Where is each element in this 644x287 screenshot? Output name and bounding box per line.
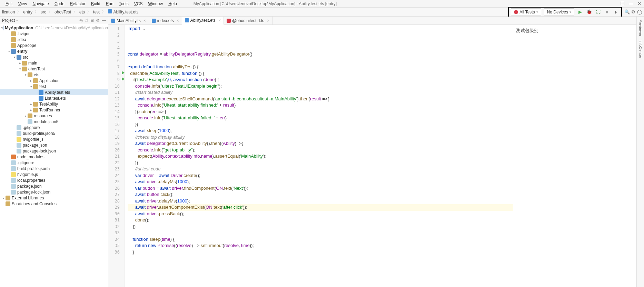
settings-icon[interactable]: ⚙ [630, 9, 636, 15]
tree-item[interactable]: Ability.test.ets [0, 89, 108, 95]
project-tree: v MyApplication C:\Users\lenovo\Desktop\… [0, 24, 108, 287]
menu-refactor[interactable]: Refactor [67, 1, 88, 7]
run-gutter-icon[interactable] [122, 77, 125, 81]
file-icon [17, 125, 21, 130]
breadcrumb-item[interactable]: src [40, 10, 47, 14]
main: Project ▾ ◎ ⇵ ⊟ ⚙ — v MyApplication C:\U… [0, 17, 644, 287]
tree-item[interactable]: build-profile.json5 [0, 166, 108, 171]
menu-tools[interactable]: Tools [116, 1, 131, 7]
menu-build[interactable]: Build [88, 1, 103, 7]
menu-navigate[interactable]: Navigate [30, 1, 52, 7]
folder-icon [28, 113, 32, 118]
tree-item[interactable]: AppScope [0, 42, 108, 48]
menu-window[interactable]: Window [145, 1, 166, 7]
all-tests-dropdown[interactable]: All Tests ▾ [511, 8, 541, 16]
tree-item[interactable]: List.test.ets [0, 95, 108, 101]
locate-icon[interactable]: ◎ [79, 18, 83, 23]
breadcrumb-item[interactable]: ohosTest [54, 10, 72, 14]
tree-item[interactable]: package-lock.json [0, 148, 108, 154]
rail-infocenter[interactable]: InfoCenter [638, 40, 643, 58]
attach-icon[interactable]: ⏵ [613, 9, 619, 15]
tree-item[interactable]: ▸TestRunner [0, 107, 108, 113]
editor-area: MainAbility.ts×index.ets×Ability.test.et… [108, 17, 644, 287]
file-json-icon [17, 131, 21, 136]
tree-item[interactable]: hvigorfile.js [0, 171, 108, 177]
close-tab-icon[interactable]: × [218, 18, 221, 23]
tree-item[interactable]: ▸main [0, 60, 108, 66]
tree-item[interactable]: build-profile.json5 [0, 130, 108, 136]
folder-blue-icon [17, 55, 21, 60]
window-title: MyApplication [C:\Users\lenovo\Desktop\M… [194, 1, 337, 6]
code[interactable]: import ... const delegator = abilityDele… [125, 25, 513, 287]
tree-root[interactable]: v MyApplication C:\Users\lenovo\Desktop\… [0, 25, 108, 31]
close-tab-icon[interactable]: × [177, 18, 179, 23]
tree-item[interactable]: hvigorfile.js [0, 136, 108, 142]
tree-item[interactable]: ▾src [0, 54, 108, 60]
search-icon[interactable]: 🔍 [624, 9, 630, 15]
chevron-down-icon: ▾ [536, 10, 538, 14]
tab-@ohos.uitest.d.ts[interactable]: @ohos.uitest.d.ts× [224, 17, 273, 24]
tree-item[interactable]: .gitignore [0, 125, 108, 130]
close-icon[interactable]: ✕ [637, 1, 641, 6]
tree-item[interactable]: ▾test [0, 83, 108, 89]
tree-item[interactable]: package.json [0, 183, 108, 189]
folder-blue-icon [11, 49, 16, 54]
project-icon [3, 26, 4, 30]
collapse-icon[interactable]: ⊟ [90, 18, 94, 23]
debug-icon[interactable]: 🐞 [586, 9, 592, 15]
menu-help[interactable]: Help [166, 1, 180, 7]
tree-item[interactable]: Scratches and Consoles [0, 201, 108, 207]
no-devices-dropdown[interactable]: No Devices ▾ [544, 8, 574, 16]
close-tab-icon[interactable]: × [143, 18, 146, 23]
tree-item[interactable]: .gitignore [0, 160, 108, 166]
navbar: lication〉entry〉src〉ohosTest〉ets〉test〉Abi… [0, 8, 644, 17]
menu-vcs[interactable]: VCS [131, 1, 146, 7]
close-tab-icon[interactable]: × [267, 18, 269, 23]
tab-Ability.test.ets[interactable]: Ability.test.ets× [182, 17, 224, 25]
breadcrumb-item[interactable]: lication [1, 10, 16, 14]
breadcrumb-item[interactable]: test [92, 10, 100, 14]
menu-code[interactable]: Code [52, 1, 67, 7]
breadcrumb-item[interactable]: Ability.test.ets [107, 9, 139, 14]
tree-item[interactable]: ▸Application [0, 78, 108, 83]
run-gutter-icon[interactable] [122, 71, 125, 75]
coverage-icon[interactable]: ⛶ [595, 9, 601, 15]
tree-item[interactable]: module.json5 [0, 119, 108, 125]
tree-item[interactable]: .idea [0, 37, 108, 42]
breadcrumb-item[interactable]: entry [22, 10, 33, 14]
menu-view[interactable]: View [16, 1, 30, 7]
file-json-icon [11, 184, 16, 189]
stop-icon[interactable]: ■ [604, 9, 610, 15]
gear-icon[interactable]: ⚙ [96, 18, 100, 23]
run-toolbar: All Tests ▾ No Devices ▾ ▶ 🐞 ⛶ ■ ⏵ [508, 7, 622, 17]
tree-item[interactable]: node_modules [0, 154, 108, 160]
file-json-icon [11, 190, 16, 195]
rail-previewer[interactable]: Previewer [638, 19, 643, 36]
minimize-icon[interactable]: — [629, 1, 633, 6]
tree-item[interactable]: ▸resources [0, 113, 108, 119]
folder-icon [11, 31, 16, 36]
menu-run[interactable]: Run [103, 1, 116, 7]
file-js-icon [17, 137, 21, 142]
expand-icon[interactable]: ⇵ [85, 18, 88, 23]
profile-icon[interactable]: ◯ [636, 9, 643, 15]
tree-item[interactable]: ▾ets [0, 72, 108, 78]
tree-item[interactable]: ▾ohosTest [0, 66, 108, 72]
restore-icon[interactable]: ❐ [621, 1, 625, 6]
tree-item[interactable]: .hvigor [0, 31, 108, 37]
tree-item[interactable]: ▸External Libraries [0, 195, 108, 201]
breadcrumb-item[interactable]: ets [79, 10, 86, 14]
tree-item[interactable]: local.properties [0, 177, 108, 183]
tree-item[interactable]: package.json [0, 142, 108, 148]
folder-icon [28, 72, 32, 77]
folder-icon [33, 102, 38, 107]
hide-icon[interactable]: — [102, 18, 106, 23]
tree-item[interactable]: ▾entry [0, 48, 108, 54]
project-header[interactable]: Project ▾ ◎ ⇵ ⊟ ⚙ — [0, 17, 108, 24]
tab-index.ets[interactable]: index.ets× [149, 17, 182, 24]
tree-item[interactable]: ▸TestAbility [0, 101, 108, 107]
tree-item[interactable]: package-lock.json [0, 189, 108, 195]
tab-MainAbility.ts[interactable]: MainAbility.ts× [108, 17, 149, 24]
run-icon[interactable]: ▶ [577, 9, 583, 15]
menu-edit[interactable]: Edit [3, 1, 16, 7]
